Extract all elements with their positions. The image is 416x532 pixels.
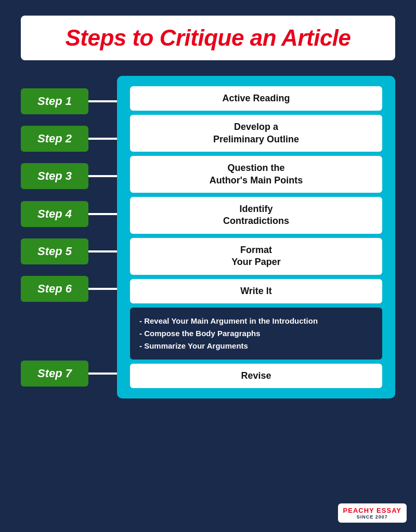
connector-line-5: [88, 250, 117, 252]
step-badge-row-4: Step 4: [21, 201, 117, 227]
step-badge-row-6: Step 6: [21, 276, 117, 302]
connector-line-2: [88, 138, 117, 140]
step6-subpoints: - Reveal Your Main Argument in the Intro…: [130, 308, 382, 360]
steps-badges-column: Step 1Step 2Step 3Step 4Step 5Step 6Step…: [21, 76, 117, 398]
step-badge-6: Step 6: [21, 276, 88, 302]
connector-line-6: [88, 288, 117, 290]
step-badge-row-3: Step 3: [21, 163, 117, 189]
step-badge-3: Step 3: [21, 163, 88, 189]
main-layout: Step 1Step 2Step 3Step 4Step 5Step 6Step…: [21, 76, 395, 398]
step-badge-5: Step 5: [21, 238, 88, 264]
steps-content-panel: Active ReadingDevelop aPreliminary Outli…: [117, 76, 395, 398]
connector-line-4: [88, 213, 117, 215]
step-badge-4: Step 4: [21, 201, 88, 227]
step-badge-row-2: Step 2: [21, 126, 117, 152]
title-box: Steps to Critique an Article: [21, 16, 395, 60]
step-badge-row-1: Step 1: [21, 88, 117, 114]
step-card-5: FormatYour Paper: [130, 238, 382, 275]
step-card-7: Revise: [130, 364, 382, 388]
logo-subtitle: SINCE 2007: [343, 514, 401, 520]
step-badge-1: Step 1: [21, 88, 88, 114]
step-card-4: IdentifyContradictions: [130, 197, 382, 234]
logo-name: PEACHY ESSAY: [343, 507, 401, 514]
step-badge-row-7: Step 7: [21, 361, 117, 387]
step-card-1: Active Reading: [130, 86, 382, 111]
page-title: Steps to Critique an Article: [42, 25, 374, 51]
step-badge-row-5: Step 5: [21, 238, 117, 264]
connector-line-7: [88, 373, 117, 375]
step-card-2: Develop aPreliminary Outline: [130, 115, 382, 152]
connector-line-1: [88, 100, 117, 102]
connector-line-3: [88, 175, 117, 177]
step-card-3: Question theAuthor's Main Points: [130, 156, 382, 193]
logo-box: PEACHY ESSAY SINCE 2007: [338, 503, 407, 523]
step-badge-2: Step 2: [21, 126, 88, 152]
step-badge-7: Step 7: [21, 361, 88, 387]
step-card-6: Write It: [130, 279, 382, 303]
